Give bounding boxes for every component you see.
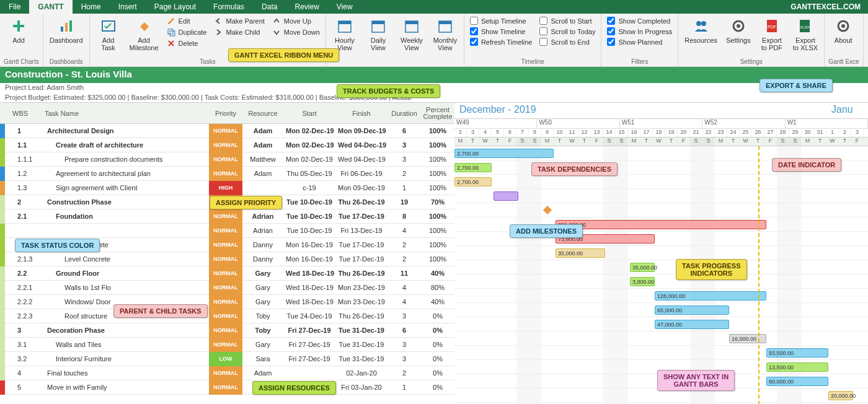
gantt-bar[interactable]: 2,700.00 (454, 149, 554, 158)
percent-cell[interactable]: 0% (421, 327, 454, 334)
gantt-row[interactable] (454, 189, 868, 203)
percent-cell[interactable]: 100% (421, 185, 454, 191)
percent-cell[interactable]: 100% (421, 156, 454, 163)
percent-cell[interactable]: 80% (421, 284, 454, 291)
name-cell[interactable]: Agreement to architectural plan (45, 170, 209, 177)
wbs-cell[interactable]: 2.2.2 (15, 298, 45, 305)
wbs-cell[interactable]: 2 (15, 198, 45, 206)
finish-cell[interactable]: 02-Jan-20 (335, 369, 388, 377)
task-row[interactable]: 1.1Create draft of architectureNORMALAda… (0, 138, 454, 152)
menu-formulas[interactable]: Formulas (205, 0, 253, 14)
duration-cell[interactable]: 3 (388, 355, 421, 362)
name-cell[interactable]: Walls and Tiles (45, 341, 209, 348)
gantt-bar[interactable]: 47,000.00 (655, 320, 729, 329)
wbs-cell[interactable]: 1 (15, 127, 45, 134)
resource-cell[interactable]: Sara (242, 355, 283, 362)
task-row[interactable]: 2.1.3Level ConcreteNORMALDannyMon 16-Dec… (0, 252, 454, 266)
gantt-row[interactable]: 65,000.00 (454, 303, 868, 317)
finish-cell[interactable]: Tue 31-Dec-19 (335, 355, 388, 362)
gantt-bar[interactable]: 2,700.00 (454, 177, 492, 187)
wbs-cell[interactable]: 2.2 (15, 270, 45, 277)
delete-button[interactable]: Delete (165, 38, 209, 48)
add-milestone-button[interactable]: Add Milestone (127, 16, 161, 53)
start-cell[interactable]: Mon 16-Dec-19 (283, 255, 335, 263)
col-start[interactable]: Start (283, 103, 335, 123)
wbs-cell[interactable]: 1.3 (15, 184, 45, 191)
duration-cell[interactable]: 1 (388, 384, 421, 391)
start-cell[interactable]: Tue 10-Dec-19 (283, 213, 335, 220)
gantt-row[interactable]: 3,800.00 (454, 274, 868, 289)
show-comp-checkbox[interactable]: Show Completed (605, 16, 674, 25)
resource-cell[interactable]: Toby (242, 327, 283, 334)
duration-cell[interactable]: 2 (388, 241, 421, 248)
gantt-bar[interactable]: 16,000.00 (729, 334, 766, 343)
wbs-cell[interactable]: 5 (15, 384, 45, 391)
duration-cell[interactable]: 6 (388, 127, 421, 134)
finish-cell[interactable]: Tue 17-Dec-19 (335, 255, 388, 263)
priority-cell[interactable]: NORMAL (209, 380, 242, 395)
percent-cell[interactable]: 40% (421, 270, 454, 277)
resource-cell[interactable]: Adrian (242, 213, 283, 220)
menu-file[interactable]: File (0, 0, 29, 14)
duration-cell[interactable]: 11 (388, 270, 421, 277)
about-button[interactable]: About (828, 16, 858, 45)
finish-cell[interactable]: Thu 26-Dec-19 (335, 198, 388, 206)
col-duration[interactable]: Duration (388, 103, 421, 123)
duration-cell[interactable]: 3 (388, 312, 421, 320)
finish-cell[interactable]: Mon 09-Dec-19 (335, 127, 388, 134)
task-row[interactable]: 1.1.1Prepare construction documentsNORMA… (0, 152, 454, 167)
finish-cell[interactable]: Fri 06-Dec-19 (335, 170, 388, 177)
scroll-start-checkbox[interactable]: Scroll to Start (538, 16, 597, 25)
start-cell[interactable]: Tue 10-Dec-19 (283, 227, 335, 234)
priority-cell[interactable]: NORMAL (209, 281, 242, 295)
task-row[interactable]: 1Architectural DesignNORMALAdamMon 02-De… (0, 124, 454, 138)
menu-page-layout[interactable]: Page Layout (146, 0, 205, 14)
col-resource[interactable]: Resource (242, 103, 283, 123)
duration-cell[interactable]: 3 (388, 341, 421, 348)
gantt-bar[interactable]: 20,000.00 (828, 391, 853, 400)
start-cell[interactable]: Mon 02-Dec-19 (283, 127, 335, 134)
start-cell[interactable]: Wed 18-Dec-19 (283, 270, 335, 277)
percent-cell[interactable]: 100% (421, 128, 454, 134)
percent-cell[interactable]: 100% (421, 213, 454, 220)
percent-cell[interactable]: 0% (421, 313, 454, 320)
percent-cell[interactable]: 100% (421, 170, 454, 177)
resource-cell[interactable]: Gary (242, 341, 283, 348)
gantt-bar[interactable]: 201,800.00 (556, 220, 766, 229)
name-cell[interactable]: Foundation (45, 213, 209, 220)
priority-cell[interactable]: LOW (209, 352, 242, 366)
gantt-bar[interactable]: 93,500.00 (766, 348, 828, 358)
gantt-bar[interactable] (494, 191, 518, 201)
priority-cell[interactable]: NORMAL (209, 338, 242, 352)
percent-cell[interactable]: 100% (421, 256, 454, 263)
resource-cell[interactable]: Matthew (242, 156, 283, 163)
priority-cell[interactable]: NORMAL (209, 252, 242, 266)
col-priority[interactable]: Priority (209, 103, 242, 123)
priority-cell[interactable]: NORMAL (209, 138, 242, 152)
name-cell[interactable]: Move in with Family (45, 384, 209, 391)
duration-cell[interactable]: 6 (388, 327, 421, 334)
start-cell[interactable]: Tue 24-Dec-19 (283, 312, 335, 320)
gantt-row[interactable]: 2,700.00 (454, 175, 868, 189)
priority-cell[interactable]: NORMAL (209, 124, 242, 138)
duration-cell[interactable]: 1 (388, 184, 421, 191)
task-row[interactable]: 1.3Sign agreement with ClientHIGHc-19Mon… (0, 181, 454, 195)
task-row[interactable]: 5Move in with FamilyNORMALCelineFri 03-J… (0, 380, 454, 395)
scroll-today-checkbox[interactable]: Scroll to Today (538, 27, 597, 36)
name-cell[interactable]: Level Concrete (45, 255, 209, 263)
gantt-row[interactable]: 35,000.00 (454, 260, 868, 274)
name-cell[interactable]: Interiors/ Furniture (45, 355, 209, 362)
duration-cell[interactable]: 8 (388, 213, 421, 220)
resource-cell[interactable]: Adam (242, 170, 283, 177)
make-child-button[interactable]: Make Child (212, 27, 266, 37)
scroll-end-checkbox[interactable]: Scroll to End (538, 37, 597, 46)
gantt-row[interactable]: 47,000.00 (454, 317, 868, 332)
duration-cell[interactable]: 3 (388, 156, 421, 163)
task-row[interactable]: 3.1Walls and TilesNORMALGaryFri 27-Dec-1… (0, 338, 454, 352)
gantt-bar[interactable]: 3,800.00 (630, 277, 655, 286)
priority-cell[interactable]: NORMAL (209, 295, 242, 309)
gantt-row[interactable]: 93,500.00 (454, 346, 868, 360)
percent-cell[interactable]: 0% (421, 341, 454, 348)
start-cell[interactable]: Mon 02-Dec-19 (283, 141, 335, 149)
finish-cell[interactable]: Fri 03-Jan-20 (335, 384, 388, 391)
